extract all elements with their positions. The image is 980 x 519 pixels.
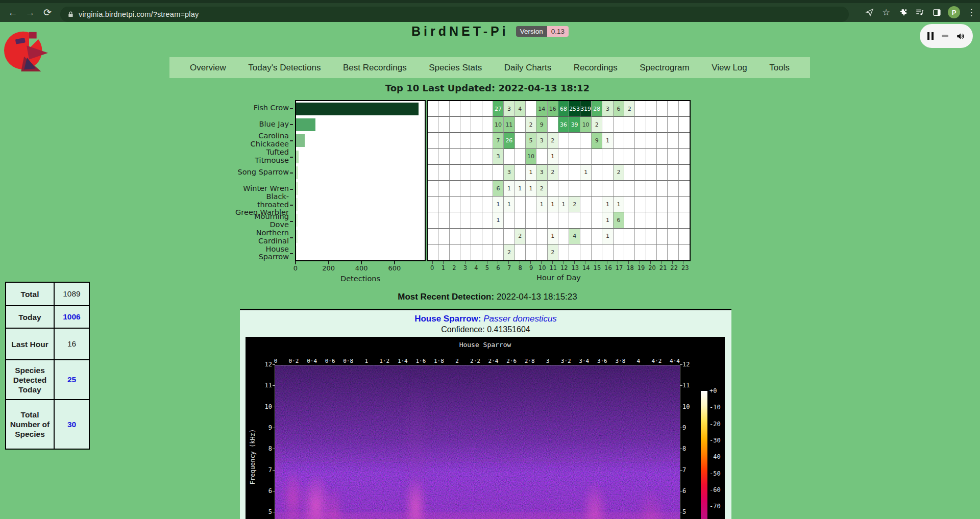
version-label: Version <box>516 26 547 37</box>
nav-best-recordings[interactable]: Best Recordings <box>343 63 407 73</box>
heatmap-cell: 1 <box>526 165 536 181</box>
speaker-icon[interactable] <box>956 32 965 41</box>
spectrogram-time-tick: 3·2 <box>561 358 571 364</box>
nav-spectrogram[interactable]: Spectrogram <box>640 63 689 73</box>
heatmap-cell <box>428 133 438 149</box>
summary-species-today-link[interactable]: 25 <box>54 360 89 400</box>
extensions-puzzle-icon[interactable] <box>897 7 909 18</box>
heatmap-cell <box>526 196 536 212</box>
browser-menu-icon[interactable]: ⋮ <box>966 7 977 18</box>
heatmap-cell <box>657 101 668 117</box>
audio-player[interactable] <box>920 24 973 48</box>
heatmap-cell <box>668 181 678 196</box>
heatmap-cell <box>460 181 471 196</box>
volume-slider[interactable] <box>942 35 948 37</box>
bar-row <box>296 244 425 260</box>
bar-axis-title: Detections <box>295 275 426 283</box>
detections-bar-chart <box>295 100 426 261</box>
heatmap-cell <box>679 149 690 165</box>
bookmark-star-icon[interactable]: ☆ <box>880 7 892 18</box>
heatmap-cell: 1 <box>580 165 592 181</box>
playlist-icon[interactable] <box>914 7 925 18</box>
nav-todays-detections[interactable]: Today's Detections <box>248 63 321 73</box>
bar-row <box>296 212 425 228</box>
heatmap-cell <box>569 165 580 181</box>
heatmap-cell: 3 <box>504 101 514 117</box>
heatmap-cell <box>614 244 624 260</box>
heatmap-cell <box>657 196 668 212</box>
hour-tick-label: 18 <box>625 264 636 271</box>
heatmap-cell <box>428 244 438 260</box>
spectrogram-freq-tickmark <box>680 470 682 471</box>
heatmap-cell <box>668 149 678 165</box>
hour-tick-label: 12 <box>558 264 570 271</box>
heatmap-cell: 2 <box>548 165 558 181</box>
heatmap-cell <box>548 117 558 133</box>
detections-bar <box>296 134 305 147</box>
heatmap-cell: 39 <box>569 117 580 133</box>
detections-bar <box>296 230 298 243</box>
scientific-name: Passer domesticus <box>483 314 557 324</box>
spectrogram-time-tick: 2·2 <box>470 358 480 364</box>
hour-tick-label: 16 <box>603 264 614 271</box>
version-value: 0.13 <box>547 26 569 37</box>
address-bar[interactable]: virginia.birdnetpi.com/?stream=play <box>60 7 849 22</box>
nav-species-stats[interactable]: Species Stats <box>429 63 482 73</box>
bar-axis-tick-label: 600 <box>388 264 401 272</box>
nav-tools[interactable]: Tools <box>769 63 790 73</box>
species-label: Blue Jay <box>235 116 293 133</box>
heatmap-cell: 10 <box>580 117 592 133</box>
summary-today-link[interactable]: 1006 <box>54 306 89 328</box>
heatmap-cell <box>450 244 460 260</box>
heatmap-cell <box>558 181 569 196</box>
spectrogram-time-axis: 00·20·40·60·811·21·41·61·822·22·42·62·83… <box>275 358 680 364</box>
nav-daily-charts[interactable]: Daily Charts <box>504 63 552 73</box>
bar-axis-tick-label: 200 <box>322 264 335 272</box>
heatmap-cell <box>624 149 635 165</box>
browser-back-icon[interactable]: ← <box>4 7 21 18</box>
profile-avatar[interactable]: P <box>948 6 960 18</box>
heatmap-cell: 5 <box>526 133 536 149</box>
share-icon[interactable] <box>864 7 875 18</box>
heatmap-cell <box>460 133 471 149</box>
heatmap-cell <box>438 133 449 149</box>
side-panel-icon[interactable] <box>931 7 942 18</box>
heatmap-cell <box>438 181 449 196</box>
db-colorbar <box>701 391 707 519</box>
hour-tick-label: 20 <box>647 264 658 271</box>
hour-tick-label: 22 <box>669 264 680 271</box>
spectrogram-freq-tick: 8 <box>682 445 696 452</box>
pause-icon[interactable] <box>927 32 934 40</box>
heatmap-cell: 36 <box>558 117 569 133</box>
heatmap-cell: 3 <box>493 149 504 165</box>
main-nav: Overview Today's Detections Best Recordi… <box>169 57 810 78</box>
heatmap-cell <box>471 149 482 165</box>
browser-forward-icon[interactable]: → <box>21 7 39 18</box>
detected-species-link[interactable]: House Sparrow: <box>414 314 481 324</box>
heatmap-cell <box>635 196 646 212</box>
heatmap-cell <box>482 244 493 260</box>
nav-overview[interactable]: Overview <box>190 63 226 73</box>
heatmap-cell <box>592 149 602 165</box>
browser-reload-icon[interactable]: ⟳ <box>39 7 56 18</box>
hour-tick-label: 10 <box>536 264 548 271</box>
spectrogram-plot <box>275 365 680 519</box>
heatmap-cell <box>580 196 592 212</box>
heatmap-cell: 2 <box>548 244 558 260</box>
spectrogram-time-tick: 0·2 <box>289 358 299 364</box>
nav-recordings[interactable]: Recordings <box>574 63 618 73</box>
heatmap-cell <box>602 244 613 260</box>
heatmap-cell: 14 <box>536 101 547 117</box>
nav-view-log[interactable]: View Log <box>712 63 747 73</box>
spectrogram-time-tick: 4 <box>637 358 641 364</box>
heatmap-cell <box>635 165 646 181</box>
heatmap-cell <box>558 212 569 228</box>
spectrogram-freq-tick: 6 <box>682 487 696 495</box>
detections-bar <box>296 246 297 259</box>
spectrogram-freq-tickmark <box>680 512 682 512</box>
db-tick-label: -20 <box>709 421 725 428</box>
heatmap-cell <box>515 133 526 149</box>
bar-row <box>296 149 425 165</box>
summary-total-species-link[interactable]: 30 <box>54 400 89 449</box>
heatmap-cell <box>569 149 580 165</box>
